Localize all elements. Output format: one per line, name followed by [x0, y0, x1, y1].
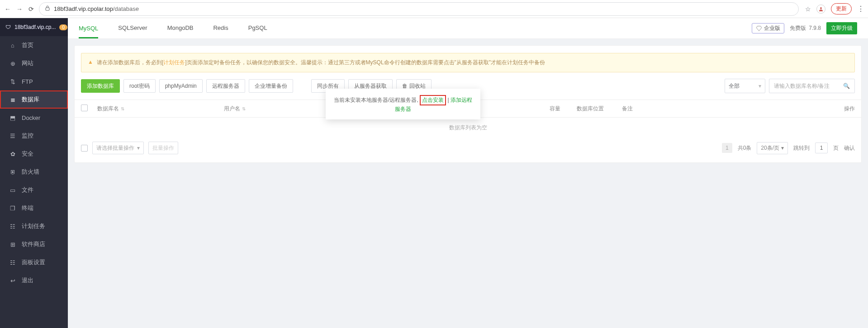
col-name[interactable]: 数据库名⇅: [97, 105, 224, 113]
update-badge[interactable]: 更新: [831, 3, 852, 14]
grid-icon: ⊞: [9, 241, 16, 248]
browser-toolbar: ← → ⟳ 18bf3adf.vip.cpolar.top/database ☆…: [0, 0, 868, 18]
svg-point-1: [820, 7, 822, 9]
tab-mongodb[interactable]: MongoDB: [167, 24, 194, 32]
home-icon: ⌂: [9, 42, 16, 49]
sidebar-item-home[interactable]: ⌂首页: [0, 36, 68, 54]
security-icon: ✿: [9, 151, 16, 157]
root-password-button[interactable]: root密码: [123, 79, 156, 93]
sidebar-item-label: 计划任务: [22, 222, 45, 230]
lock-icon: [45, 5, 50, 12]
filter-value: 全部: [729, 82, 740, 90]
shield-icon: ⛨: [9, 169, 16, 176]
col-location: 数据库位置: [577, 105, 622, 113]
sidebar-item-database[interactable]: ≣数据库: [0, 90, 68, 109]
sidebar-item-monitor[interactable]: ☰监控: [0, 127, 68, 145]
table-footer: 请选择批量操作▾ 批量操作 1 共0条 20条/页▾ 跳转到 1 页 确认: [75, 138, 861, 158]
total-count: 共0条: [738, 144, 752, 152]
filter-select[interactable]: 全部 ▾: [725, 79, 765, 93]
tab-sqlserver[interactable]: SQLServer: [118, 24, 147, 32]
logout-icon: ↩: [9, 277, 16, 284]
calendar-icon: ☷: [9, 223, 16, 230]
url-path: /database: [113, 5, 139, 12]
sidebar: 🛡 18bf3adf.vip.cp... 0 ⌂首页 ⊕网站 ⇅FTP ≣数据库…: [0, 18, 68, 328]
sidebar-item-label: 监控: [22, 132, 33, 140]
tab-pgsql[interactable]: PgSQL: [248, 24, 267, 32]
sidebar-item-label: 退出: [22, 276, 33, 285]
phpmyadmin-button[interactable]: phpMyAdmin: [159, 79, 203, 93]
sidebar-item-label: FTP: [22, 78, 33, 85]
sidebar-item-firewall[interactable]: ⛨防火墙: [0, 163, 68, 181]
install-notice: 当前未安装本地服务器/远程服务器, 点击安装 | 添加远程服务器: [326, 89, 480, 119]
remote-server-button[interactable]: 远程服务器: [206, 79, 245, 93]
svg-rect-0: [46, 8, 49, 10]
globe-icon: ⊕: [9, 60, 16, 67]
avatar-icon[interactable]: [816, 5, 825, 14]
reload-button[interactable]: ⟳: [27, 5, 35, 13]
sidebar-item-docker[interactable]: ⬒Docker: [0, 109, 68, 127]
version-text: 免费版 7.9.8: [790, 24, 821, 32]
col-capacity: 容量: [550, 105, 577, 113]
col-operation: 操作: [828, 105, 855, 113]
table-empty: 数据库列表为空: [75, 118, 861, 138]
batch-apply-button[interactable]: 批量操作: [148, 142, 178, 154]
sidebar-item-settings[interactable]: ☷面板设置: [0, 253, 68, 271]
search-icon: 🔍: [843, 83, 850, 89]
sidebar-item-label: 安全: [22, 150, 33, 158]
docker-icon: ⬒: [9, 114, 16, 121]
page-size-select[interactable]: 20条/页▾: [757, 142, 788, 154]
enterprise-backup-button[interactable]: 企业增量备份: [249, 79, 293, 93]
upgrade-button[interactable]: 立即升级: [826, 22, 857, 34]
select-all-footer-checkbox[interactable]: [81, 145, 88, 152]
db-type-tabs: MySQL SQLServer MongoDB Redis PgSQL 企业版 …: [68, 18, 868, 39]
sidebar-item-label: 软件商店: [22, 240, 45, 248]
sidebar-header[interactable]: 🛡 18bf3adf.vip.cp... 0: [0, 18, 68, 36]
chevron-down-icon: ▾: [137, 145, 140, 151]
select-all-checkbox[interactable]: [81, 105, 88, 111]
enterprise-badge[interactable]: 企业版: [752, 23, 784, 33]
add-database-button[interactable]: 添加数据库: [81, 79, 120, 93]
sidebar-item-ftp[interactable]: ⇅FTP: [0, 72, 68, 90]
info-banner: ▲ 请在添加数据库后，务必到[计划任务]页面添加定时备份任务，以确保您的数据安全…: [81, 53, 855, 72]
kebab-icon[interactable]: ⋮: [857, 5, 864, 13]
monitor-icon: ☰: [9, 133, 16, 139]
goto-confirm-button[interactable]: 确认: [844, 144, 855, 152]
trash-icon: 🗑: [402, 83, 408, 89]
search-placeholder: 请输入数据库名称/备注: [774, 82, 830, 90]
folder-icon: ▭: [9, 187, 16, 194]
sidebar-item-store[interactable]: ⊞软件商店: [0, 235, 68, 253]
back-button[interactable]: ←: [4, 5, 12, 13]
sidebar-title: 18bf3adf.vip.cp...: [14, 24, 56, 30]
star-icon[interactable]: ☆: [805, 5, 811, 13]
install-link[interactable]: 点击安装: [422, 97, 444, 103]
search-input[interactable]: 请输入数据库名称/备注 🔍: [769, 79, 855, 93]
sidebar-item-label: 数据库: [22, 95, 39, 104]
sidebar-item-files[interactable]: ▭文件: [0, 181, 68, 199]
banner-link[interactable]: 计划任务: [163, 59, 185, 66]
tab-mysql[interactable]: MySQL: [79, 25, 98, 38]
chevron-down-icon: ▾: [759, 83, 761, 89]
sidebar-item-site[interactable]: ⊕网站: [0, 54, 68, 72]
enterprise-label: 企业版: [764, 24, 780, 32]
sidebar-item-label: 首页: [22, 41, 33, 49]
sidebar-item-label: 面板设置: [22, 258, 45, 266]
sort-icon: ⇅: [121, 106, 124, 111]
forward-button[interactable]: →: [15, 5, 24, 13]
goto-label: 跳转到: [793, 144, 810, 152]
terminal-icon: ❐: [9, 205, 16, 212]
warning-icon: ▲: [88, 59, 93, 67]
sidebar-item-terminal[interactable]: ❐终端: [0, 199, 68, 217]
sidebar-item-label: Docker: [22, 114, 40, 121]
diamond-icon: [756, 25, 762, 32]
tab-redis[interactable]: Redis: [213, 24, 228, 32]
page-suffix: 页: [833, 144, 839, 152]
sidebar-item-logout[interactable]: ↩退出: [0, 271, 68, 290]
url-host: 18bf3adf.vip.cpolar.top: [54, 5, 113, 12]
batch-select[interactable]: 请选择批量操作▾: [92, 142, 144, 154]
goto-input[interactable]: 1: [815, 143, 828, 153]
sidebar-item-label: 终端: [22, 204, 33, 212]
sidebar-item-security[interactable]: ✿安全: [0, 145, 68, 163]
sidebar-item-cron[interactable]: ☷计划任务: [0, 217, 68, 235]
shield-icon: 🛡: [5, 24, 11, 30]
url-field[interactable]: 18bf3adf.vip.cpolar.top/database: [39, 2, 799, 16]
